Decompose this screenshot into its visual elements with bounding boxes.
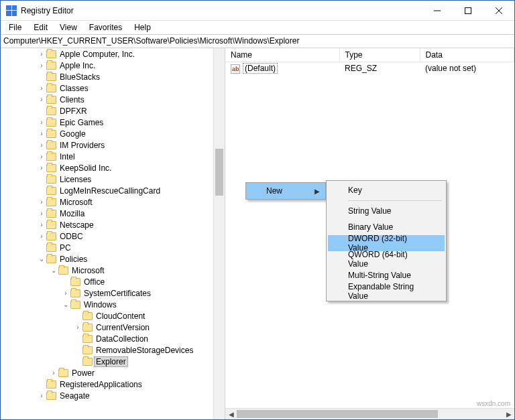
chevron-right-icon[interactable]: ›: [37, 95, 46, 104]
menu-help[interactable]: Help: [129, 21, 156, 33]
tree-node[interactable]: ·LogMeInRescueCallingCard: [1, 185, 213, 196]
tree-node[interactable]: ›Apple Computer, Inc.: [1, 48, 213, 60]
chevron-right-icon[interactable]: ›: [37, 209, 46, 218]
tree-node[interactable]: ›CurrentVersion: [1, 322, 213, 333]
submenu-key[interactable]: Key: [328, 182, 445, 198]
tree-node-label: Mozilla: [59, 209, 85, 218]
tree-node[interactable]: ›Epic Games: [1, 117, 213, 128]
submenu-expandable-string-value[interactable]: Expandable String Value: [328, 283, 445, 299]
tree-node[interactable]: ·Licenses: [1, 173, 213, 185]
tree-node-label: Google: [59, 129, 87, 139]
menu-favorites[interactable]: Favorites: [84, 21, 127, 33]
tree-node[interactable]: ·RegisteredApplications: [1, 378, 213, 390]
chevron-right-icon[interactable]: ›: [37, 232, 46, 241]
menu-view[interactable]: View: [54, 21, 82, 33]
table-row[interactable]: (Default) REG_SZ (value not set): [225, 62, 514, 75]
chevron-down-icon[interactable]: ⌄: [49, 266, 58, 275]
chevron-down-icon[interactable]: ⌄: [37, 255, 46, 264]
chevron-right-icon[interactable]: ›: [37, 198, 46, 207]
tree-node[interactable]: ·Explorer: [1, 356, 213, 367]
maximize-button[interactable]: [453, 1, 483, 21]
titlebar: Registry Editor: [1, 1, 514, 21]
tree-node[interactable]: ›Classes: [1, 82, 213, 94]
chevron-right-icon[interactable]: ›: [37, 152, 46, 161]
column-data[interactable]: Data: [420, 48, 514, 62]
chevron-right-icon[interactable]: ›: [73, 323, 82, 332]
registry-tree[interactable]: ›Apple Computer, Inc.›Apple Inc.·BlueSta…: [1, 48, 213, 401]
folder-icon: [46, 187, 56, 195]
submenu-dword-value[interactable]: DWORD (32-bit) Value: [328, 235, 445, 251]
column-type[interactable]: Type: [339, 48, 420, 62]
tree-node[interactable]: ·DataCollection: [1, 333, 213, 344]
tree-node[interactable]: ⌄Microsoft: [1, 265, 213, 276]
tree-node[interactable]: ⌄Windows: [1, 299, 213, 310]
tree-node[interactable]: ›Power: [1, 367, 213, 378]
tree-node[interactable]: ·Office: [1, 276, 213, 287]
tree-node[interactable]: ·RemovableStorageDevices: [1, 344, 213, 356]
tree-node[interactable]: ›Microsoft: [1, 196, 213, 208]
minimize-button[interactable]: [422, 1, 453, 21]
context-new[interactable]: New ▶: [246, 183, 325, 199]
folder-icon: [46, 232, 56, 240]
close-button[interactable]: [483, 1, 514, 21]
submenu-qword-value[interactable]: QWORD (64-bit) Value: [328, 251, 445, 267]
tree-scrollbar[interactable]: [213, 48, 225, 419]
chevron-right-icon[interactable]: ›: [49, 368, 58, 378]
tree-node-label: Intel: [59, 152, 76, 161]
chevron-down-icon[interactable]: ⌄: [61, 300, 70, 309]
twisty-blank: ·: [73, 346, 82, 355]
tree-node[interactable]: ›Clients: [1, 94, 213, 105]
tree-node[interactable]: ⌄Policies: [1, 253, 213, 265]
chevron-right-icon[interactable]: ›: [37, 61, 46, 70]
chevron-right-icon[interactable]: ›: [61, 289, 70, 298]
tree-node[interactable]: ·PC: [1, 242, 213, 253]
tree-node[interactable]: ›Seagate: [1, 390, 213, 401]
tree-node[interactable]: ›IM Providers: [1, 139, 213, 151]
column-name[interactable]: Name: [225, 48, 339, 62]
scrollbar-thumb[interactable]: [215, 149, 223, 196]
tree-node-label: Power: [71, 368, 95, 378]
tree-node[interactable]: ·BlueStacks: [1, 71, 213, 82]
chevron-right-icon[interactable]: ›: [37, 118, 46, 127]
tree-node[interactable]: ·CloudContent: [1, 310, 213, 322]
submenu-binary-value[interactable]: Binary Value: [328, 219, 445, 235]
tree-node[interactable]: ›Google: [1, 128, 213, 139]
twisty-blank: ·: [37, 380, 46, 389]
tree-node-label: Classes: [59, 84, 89, 93]
chevron-right-icon[interactable]: ›: [37, 50, 46, 59]
chevron-right-icon[interactable]: ›: [37, 163, 46, 173]
twisty-blank: ·: [37, 72, 46, 82]
tree-node-label: KeepSolid Inc.: [59, 163, 112, 173]
chevron-right-icon[interactable]: ›: [37, 141, 46, 150]
tree-node[interactable]: ›Apple Inc.: [1, 60, 213, 71]
tree-node[interactable]: ·DPFXR: [1, 105, 213, 117]
tree-node[interactable]: ›Netscape: [1, 219, 213, 230]
value-name: (Default): [243, 63, 278, 74]
tree-node[interactable]: ›Intel: [1, 151, 213, 162]
tree-node[interactable]: ›SystemCertificates: [1, 287, 213, 299]
chevron-right-icon[interactable]: ›: [37, 391, 46, 401]
chevron-right-icon[interactable]: ›: [37, 129, 46, 139]
menu-edit[interactable]: Edit: [28, 21, 53, 33]
chevron-right-icon[interactable]: ›: [37, 84, 46, 93]
watermark: wsxdn.com: [477, 400, 510, 407]
twisty-blank: ·: [37, 186, 46, 196]
tree-node-label: Netscape: [59, 220, 95, 230]
tree-node[interactable]: ›ODBC: [1, 230, 213, 242]
menu-file[interactable]: File: [3, 21, 27, 33]
list-h-scrollbar[interactable]: ◀ ▶: [225, 408, 514, 419]
folder-icon: [58, 369, 68, 377]
tree-node[interactable]: ›Mozilla: [1, 208, 213, 219]
address-bar[interactable]: Computer\HKEY_CURRENT_USER\Software\Poli…: [1, 35, 514, 48]
folder-icon: [70, 278, 80, 286]
chevron-right-icon[interactable]: ›: [37, 220, 46, 230]
submenu-multi-string-value[interactable]: Multi-String Value: [328, 267, 445, 283]
submenu-string-value[interactable]: String Value: [328, 203, 445, 219]
menubar: File Edit View Favorites Help: [1, 21, 514, 35]
scroll-left-icon[interactable]: ◀: [225, 409, 237, 420]
folder-icon: [46, 198, 56, 206]
tree-node[interactable]: ›KeepSolid Inc.: [1, 162, 213, 173]
scrollbar-thumb[interactable]: [237, 410, 438, 418]
tree-node-label: ODBC: [59, 232, 84, 241]
scroll-right-icon[interactable]: ▶: [503, 409, 514, 420]
